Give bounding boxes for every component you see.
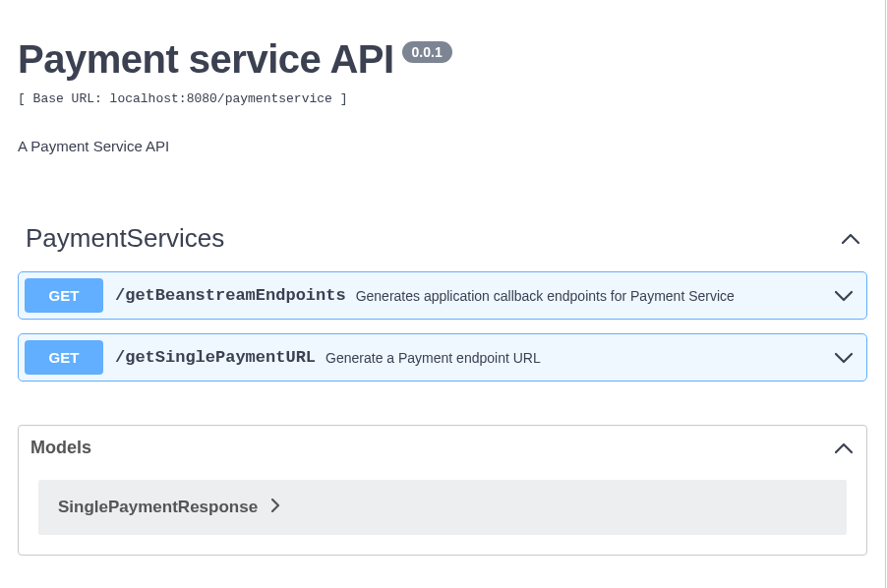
operation-get-beanstream-endpoints[interactable]: GET /getBeanstreamEndpoints Generates ap… [18,271,867,320]
chevron-up-icon [835,440,853,457]
method-badge-get: GET [25,278,103,313]
chevron-right-icon [271,499,280,516]
base-url: [ Base URL: localhost:8080/paymentservic… [18,91,867,106]
models-header[interactable]: Models [19,426,866,470]
model-name: SinglePaymentResponse [58,498,258,517]
operation-path: /getSinglePaymentURL [115,348,316,367]
section-header-paymentservices[interactable]: PaymentServices [18,223,867,254]
chevron-down-icon [835,349,853,367]
models-section: Models SinglePaymentResponse [18,425,867,556]
operation-get-single-payment-url[interactable]: GET /getSinglePaymentURL Generate a Paym… [18,333,867,382]
api-title: Payment service API [18,37,394,82]
chevron-up-icon [842,230,859,248]
api-description: A Payment Service API [18,138,867,154]
section-title: PaymentServices [26,223,224,254]
version-badge: 0.0.1 [402,41,452,63]
model-single-payment-response[interactable]: SinglePaymentResponse [38,480,847,535]
models-title: Models [30,438,91,458]
method-badge-get: GET [25,340,103,375]
operation-summary: Generate a Payment endpoint URL [325,350,835,366]
operations-list: GET /getBeanstreamEndpoints Generates ap… [18,271,867,382]
operation-path: /getBeanstreamEndpoints [115,286,346,305]
operation-summary: Generates application callback endpoints… [356,288,835,304]
chevron-down-icon [835,287,853,305]
page-border-right [885,0,886,588]
